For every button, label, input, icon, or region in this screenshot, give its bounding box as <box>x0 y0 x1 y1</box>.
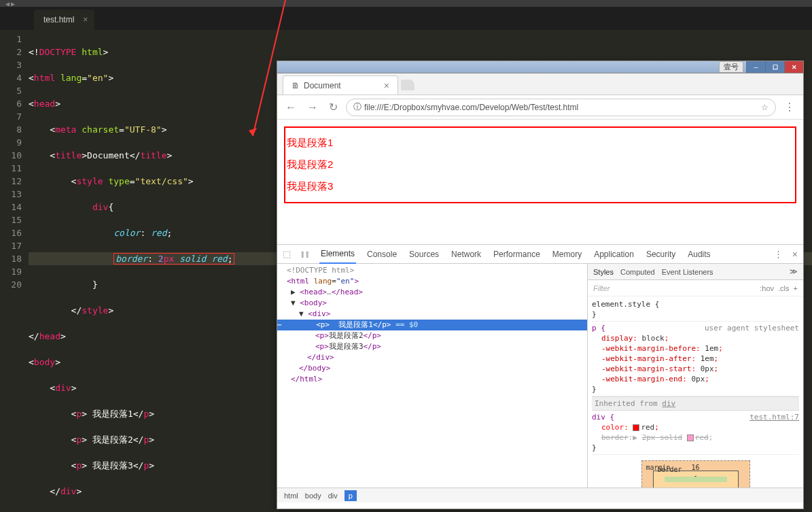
paragraph: 我是段落3 <box>287 180 794 193</box>
tab-network[interactable]: Network <box>450 245 482 263</box>
elements-tree[interactable]: <!DOCTYPE html> <html lang="en"> ▶ <head… <box>277 264 587 488</box>
nav-back-icon[interactable]: ◀ <box>5 0 10 7</box>
tab-sources[interactable]: Sources <box>408 245 440 263</box>
menu-icon[interactable]: ⋮ <box>781 101 798 114</box>
browser-viewport: 我是段落1 我是段落2 我是段落3 <box>277 120 803 244</box>
tab-styles[interactable]: Styles <box>593 268 614 276</box>
tab-label: test.html <box>43 15 74 24</box>
hov-button[interactable]: :hov <box>760 284 774 292</box>
breadcrumb-item[interactable]: html <box>284 492 298 500</box>
styles-pane: Styles Computed Event Listeners ≫ Filter… <box>587 264 803 488</box>
back-icon[interactable]: ← <box>283 101 299 114</box>
source-link[interactable]: test.html:7 <box>749 412 799 422</box>
maximize-button[interactable]: ☐ <box>765 61 784 73</box>
bookmark-icon[interactable]: ☆ <box>761 103 769 112</box>
window-close-button[interactable]: ✕ <box>784 61 803 73</box>
tab-performance[interactable]: Performance <box>492 245 542 263</box>
window-titlebar[interactable]: 壹号 ─ ☐ ✕ <box>277 61 803 73</box>
tab-audits[interactable]: Audits <box>686 245 711 263</box>
inspect-icon[interactable]: ⬚ <box>283 249 291 259</box>
styles-rules[interactable]: element.style { } p {user agent styleshe… <box>588 296 803 488</box>
content-div: 我是段落1 我是段落2 我是段落3 <box>284 126 796 203</box>
selected-element[interactable]: ⋯ <p> 我是段落1</p> == $0 <box>277 320 587 330</box>
box-model: 16 - <box>641 460 750 488</box>
reload-icon[interactable]: ↻ <box>326 101 340 114</box>
inherited-label: Inherited from div <box>592 396 799 411</box>
styles-filter[interactable]: Filter :hov .cls + <box>588 280 803 296</box>
browser-tab-title: Document <box>304 81 341 90</box>
tab-close-icon[interactable]: × <box>83 15 88 24</box>
info-icon[interactable]: ⓘ <box>353 101 361 113</box>
tab-security[interactable]: Security <box>645 245 677 263</box>
more-tabs-icon[interactable]: ≫ <box>790 267 798 276</box>
devtools-panel: ⬚ ⫿⫿ Elements Console Sources Network Pe… <box>277 244 803 502</box>
file-icon: 🗎 <box>292 81 300 90</box>
breadcrumb-item[interactable]: p <box>345 490 357 501</box>
paragraph: 我是段落2 <box>287 158 794 171</box>
paragraph: 我是段落1 <box>287 137 794 150</box>
tab-close-icon[interactable]: × <box>384 80 389 91</box>
url-text: file:///E:/Dropbox/smyhvae.com/Develop/W… <box>364 103 578 112</box>
forward-icon[interactable]: → <box>304 101 321 114</box>
minimize-button[interactable]: ─ <box>746 61 765 73</box>
tab-elements[interactable]: Elements <box>319 245 356 264</box>
cls-button[interactable]: .cls <box>778 284 790 292</box>
nav-fwd-icon[interactable]: ▶ <box>11 0 15 7</box>
editor-tabs: test.html × <box>0 7 812 30</box>
line-gutter: 1234567891011121314151617181920 <box>0 30 29 512</box>
breadcrumb-item[interactable]: div <box>328 492 338 500</box>
tab-memory[interactable]: Memory <box>551 245 583 263</box>
elements-breadcrumb: html body div p <box>277 488 803 502</box>
browser-tabs: 🗎 Document × <box>277 73 803 95</box>
tab-console[interactable]: Console <box>366 245 398 263</box>
new-tab-button[interactable] <box>401 80 414 90</box>
tab-application[interactable]: Application <box>593 245 635 263</box>
breadcrumb-item[interactable]: body <box>305 492 321 500</box>
tab-event-listeners[interactable]: Event Listeners <box>662 268 713 276</box>
add-rule-button[interactable]: + <box>794 284 798 292</box>
devtools-close-icon[interactable]: × <box>792 249 798 260</box>
browser-window: 壹号 ─ ☐ ✕ 🗎 Document × ← → ↻ ⓘ file:///E:… <box>277 61 804 509</box>
address-bar[interactable]: ⓘ file:///E:/Dropbox/smyhvae.com/Develop… <box>346 99 776 116</box>
browser-tab[interactable]: 🗎 Document × <box>283 75 398 95</box>
styles-tabs: Styles Computed Event Listeners ≫ <box>588 264 803 280</box>
browser-toolbar: ← → ↻ ⓘ file:///E:/Dropbox/smyhvae.com/D… <box>277 95 803 120</box>
tab-computed[interactable]: Computed <box>620 268 655 276</box>
editor-tab[interactable]: test.html × <box>34 10 94 30</box>
device-icon[interactable]: ⫿⫿ <box>300 249 310 259</box>
devtools-header: ⬚ ⫿⫿ Elements Console Sources Network Pe… <box>277 245 803 264</box>
editor-top-bar: ◀ ▶ <box>0 0 812 7</box>
titlebar-badge: 壹号 <box>719 61 743 73</box>
more-icon[interactable]: ⋮ <box>774 249 783 259</box>
